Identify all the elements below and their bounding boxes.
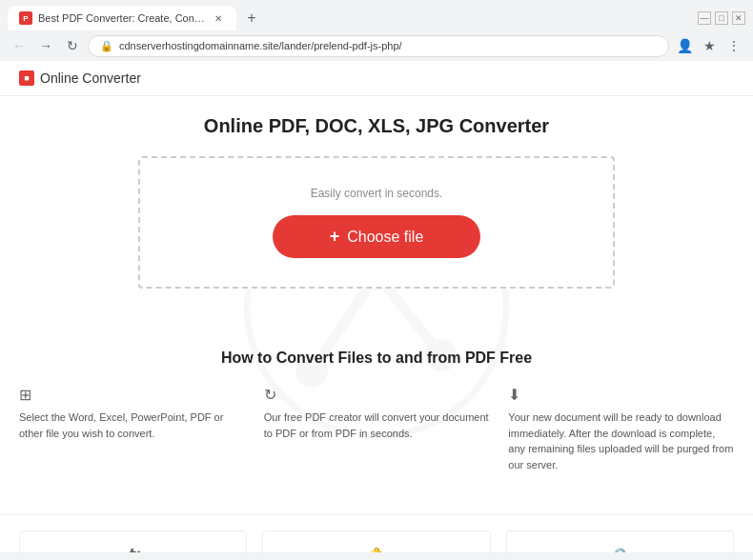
reload-button[interactable]: ↻ [61,34,84,57]
browser-actions: 👤 ★ ⋮ [673,34,745,57]
step-1-icon: ⊞ [19,386,245,404]
browser-window: P Best PDF Converter: Create, Conv... ✕ … [0,0,753,61]
tab-favicon: P [19,11,32,25]
step-2: ↻ Our free PDF creator will convert your… [264,386,490,472]
how-to-title: How to Convert Files to and from PDF Fre… [19,350,734,367]
maximize-button[interactable]: □ [715,11,728,25]
site-header: ■ Online Converter [0,61,753,96]
url-text: cdnserverhostingdomainname.site/lander/p… [119,40,657,51]
how-to-section: How to Convert Files to and from PDF Fre… [0,330,753,514]
feature-1-icon: ⏱ [35,547,231,552]
browser-controls: ← → ↻ 🔒 cdnserverhostingdomainname.site/… [0,30,753,61]
logo-icon: ■ [19,70,34,86]
feature-card-1: ⏱ The Best Free PDF Converter No matter … [19,530,247,552]
feature-card-2: 🔔 Start a free trial With a free trial o… [262,530,490,552]
close-button[interactable]: ✕ [732,11,745,25]
page-title: Online PDF, DOC, XLS, JPG Converter [19,115,734,137]
choose-file-label: Choose file [347,229,423,246]
steps-grid: ⊞ Select the Word, Excel, PowerPoint, PD… [19,386,734,472]
new-tab-button[interactable]: + [240,7,263,30]
address-bar[interactable]: 🔒 cdnserverhostingdomainname.site/lander… [88,35,669,57]
feature-2-icon: 🔔 [278,547,474,552]
back-button[interactable]: ← [8,34,31,57]
browser-tab[interactable]: P Best PDF Converter: Create, Conv... ✕ [8,6,236,30]
window-controls: — □ ✕ [698,11,745,25]
profile-button[interactable]: 👤 [673,34,696,57]
upload-subtitle: Easily convert in seconds. [159,187,594,200]
feature-card-3: 🔒 Encrypted files We care about the priv… [506,530,734,552]
plus-icon: + [330,227,340,247]
step-2-icon: ↻ [264,386,490,404]
site-logo: ■ Online Converter [19,70,141,86]
feature-3-icon: 🔒 [522,547,718,552]
step-2-text: Our free PDF creator will convert your d… [264,410,490,441]
main-section: Online PDF, DOC, XLS, JPG Converter Easi… [0,96,753,330]
upload-box: Easily convert in seconds. + Choose file [138,156,615,289]
step-1-text: Select the Word, Excel, PowerPoint, PDF … [19,410,245,441]
forward-button[interactable]: → [34,34,57,57]
step-1: ⊞ Select the Word, Excel, PowerPoint, PD… [19,386,245,472]
bookmark-button[interactable]: ★ [698,34,721,57]
tab-title: Best PDF Converter: Create, Conv... [38,12,206,24]
step-3-text: Your new document will be ready to downl… [508,410,734,472]
minimize-button[interactable]: — [698,11,711,25]
menu-button[interactable]: ⋮ [722,34,745,57]
browser-titlebar: P Best PDF Converter: Create, Conv... ✕ … [0,0,753,30]
step-3-icon: ⬇ [508,386,734,404]
logo-text: Online Converter [40,70,141,86]
tab-close-button[interactable]: ✕ [212,11,225,25]
step-3: ⬇ Your new document will be ready to dow… [508,386,734,472]
choose-file-button[interactable]: + Choose file [273,215,481,258]
lock-icon: 🔒 [100,40,113,52]
page-content: ■ Online Converter Online PDF, DOC, XLS,… [0,61,753,552]
features-section: ⏱ The Best Free PDF Converter No matter … [0,514,753,552]
